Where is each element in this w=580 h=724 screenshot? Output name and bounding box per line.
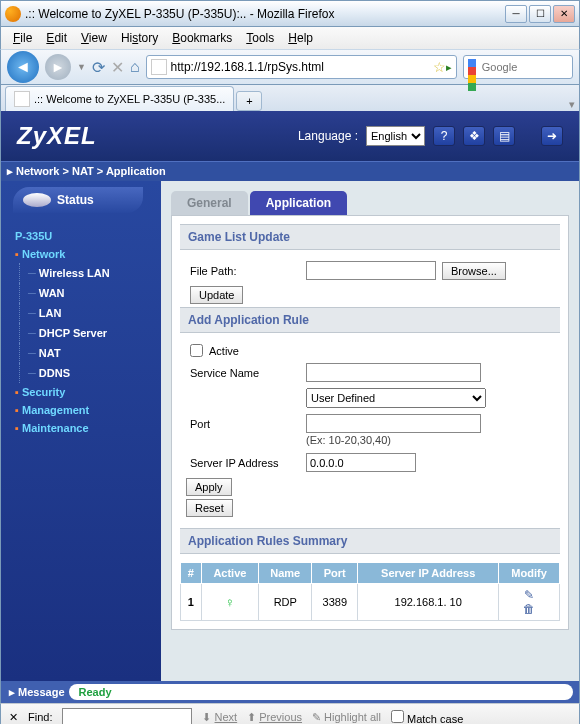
section-summary: Application Rules Summary xyxy=(180,528,560,554)
tab-general[interactable]: General xyxy=(171,191,248,215)
find-next-button[interactable]: ⬇ Next xyxy=(202,711,237,724)
search-input[interactable] xyxy=(482,61,568,73)
sidebar-status[interactable]: Status xyxy=(13,187,143,213)
cell-num: 1 xyxy=(181,584,202,621)
match-case-checkbox[interactable] xyxy=(391,710,404,723)
port-label: Port xyxy=(190,418,300,430)
cell-active: ♀ xyxy=(201,584,258,621)
sidebar-item-nat[interactable]: NAT xyxy=(19,343,161,363)
sidebar-item-dhcp-server[interactable]: DHCP Server xyxy=(19,323,161,343)
rules-table: # Active Name Port Server IP Address Mod… xyxy=(180,562,560,621)
th-active: Active xyxy=(201,563,258,584)
menu-history[interactable]: History xyxy=(115,29,164,47)
language-select[interactable]: English xyxy=(366,126,425,146)
cell-port: 3389 xyxy=(312,584,358,621)
service-select[interactable]: User Defined xyxy=(306,388,486,408)
sidebar-section-security[interactable]: Security xyxy=(15,383,161,401)
zyxel-logo: ZyXEL xyxy=(17,122,97,150)
menubar: File Edit View History Bookmarks Tools H… xyxy=(0,27,580,49)
port-hint: (Ex: 10-20,30,40) xyxy=(180,434,560,446)
browse-button[interactable]: Browse... xyxy=(442,262,506,280)
table-row: 1 ♀ RDP 3389 192.168.1. 10 ✎ 🗑 xyxy=(181,584,560,621)
sidebar-section-maintenance[interactable]: Maintenance xyxy=(15,419,161,437)
url-bar[interactable]: ☆ ▸ xyxy=(146,55,457,79)
update-button[interactable]: Update xyxy=(190,286,243,304)
tab-icon xyxy=(14,91,30,107)
page-header: ZyXEL Language : English ? ❖ ▤ ➜ xyxy=(1,111,579,161)
sidebar-root[interactable]: P-335U xyxy=(15,227,161,245)
service-name-label: Service Name xyxy=(190,367,300,379)
server-ip-input[interactable] xyxy=(306,453,416,472)
window-titlebar: .:: Welcome to ZyXEL P-335U (P-335U):.. … xyxy=(0,0,580,27)
sidebar-section-management[interactable]: Management xyxy=(15,401,161,419)
message-bar: Message Ready xyxy=(1,681,579,703)
th-modify: Modify xyxy=(499,563,560,584)
delete-icon[interactable]: 🗑 xyxy=(503,602,555,616)
browser-tab[interactable]: .:: Welcome to ZyXEL P-335U (P-335... xyxy=(5,86,234,111)
message-label: Message xyxy=(1,686,69,699)
sidebar-item-ddns[interactable]: DDNS xyxy=(19,363,161,383)
content-area: General Application Game List Update Fil… xyxy=(161,181,579,681)
stop-button[interactable]: ✕ xyxy=(111,58,124,77)
menu-bookmarks[interactable]: Bookmarks xyxy=(166,29,238,47)
port-input[interactable] xyxy=(306,414,481,433)
sidebar: Status P-335U Network Wireless LAN WAN L… xyxy=(1,181,161,681)
reset-button[interactable]: Reset xyxy=(186,499,233,517)
service-name-input[interactable] xyxy=(306,363,481,382)
new-tab-button[interactable]: + xyxy=(236,91,262,111)
highlight-all-button[interactable]: ✎ Highlight all xyxy=(312,711,381,724)
go-button[interactable]: ▸ xyxy=(446,61,452,74)
menu-edit[interactable]: Edit xyxy=(40,29,73,47)
sidebar-section-network[interactable]: Network xyxy=(15,245,161,263)
active-checkbox[interactable] xyxy=(190,344,203,357)
match-case-label[interactable]: Match case xyxy=(391,710,463,725)
router-icon xyxy=(23,193,51,207)
language-label: Language : xyxy=(298,129,358,143)
edit-icon[interactable]: ✎ xyxy=(503,588,555,602)
minimize-button[interactable]: ─ xyxy=(505,5,527,23)
forward-button[interactable]: ► xyxy=(45,54,71,80)
help-button[interactable]: ? xyxy=(433,126,455,146)
bulb-icon: ♀ xyxy=(225,595,235,610)
window-title: .:: Welcome to ZyXEL P-335U (P-335U):.. … xyxy=(25,7,505,21)
close-button[interactable]: ✕ xyxy=(553,5,575,23)
menu-file[interactable]: File xyxy=(7,29,38,47)
navigation-toolbar: ◄ ► ▼ ⟳ ✕ ⌂ ☆ ▸ xyxy=(0,49,580,85)
tab-application[interactable]: Application xyxy=(250,191,347,215)
details-button[interactable]: ▤ xyxy=(493,126,515,146)
menu-help[interactable]: Help xyxy=(282,29,319,47)
file-path-label: File Path: xyxy=(190,265,300,277)
sidebar-item-wireless-lan[interactable]: Wireless LAN xyxy=(19,263,161,283)
url-input[interactable] xyxy=(167,60,433,74)
find-bar: ✕ Find: ⬇ Next ⬆ Previous ✎ Highlight al… xyxy=(0,703,580,724)
file-path-input[interactable] xyxy=(306,261,436,280)
find-previous-button[interactable]: ⬆ Previous xyxy=(247,711,302,724)
firefox-icon xyxy=(5,6,21,22)
th-name: Name xyxy=(259,563,312,584)
sidebar-item-lan[interactable]: LAN xyxy=(19,303,161,323)
cell-name: RDP xyxy=(259,584,312,621)
section-add-rule: Add Application Rule xyxy=(180,307,560,333)
home-button[interactable]: ⌂ xyxy=(130,58,140,76)
cell-modify: ✎ 🗑 xyxy=(499,584,560,621)
tab-list-button[interactable]: ▾ xyxy=(569,98,575,111)
sidebar-item-wan[interactable]: WAN xyxy=(19,283,161,303)
maximize-button[interactable]: ☐ xyxy=(529,5,551,23)
menu-tools[interactable]: Tools xyxy=(240,29,280,47)
wizard-button[interactable]: ❖ xyxy=(463,126,485,146)
find-close-button[interactable]: ✕ xyxy=(9,711,18,724)
find-label: Find: xyxy=(28,711,52,723)
google-icon xyxy=(468,59,482,75)
find-input[interactable] xyxy=(62,708,192,724)
back-button[interactable]: ◄ xyxy=(7,51,39,83)
th-num: # xyxy=(181,563,202,584)
bookmark-star-icon[interactable]: ☆ xyxy=(433,59,446,75)
browser-tabbar: .:: Welcome to ZyXEL P-335U (P-335... + … xyxy=(0,85,580,111)
apply-button[interactable]: Apply xyxy=(186,478,232,496)
search-box[interactable] xyxy=(463,55,573,79)
section-game-list: Game List Update xyxy=(180,224,560,250)
reload-button[interactable]: ⟳ xyxy=(92,58,105,77)
menu-view[interactable]: View xyxy=(75,29,113,47)
server-ip-label: Server IP Address xyxy=(190,457,300,469)
logout-button[interactable]: ➜ xyxy=(541,126,563,146)
